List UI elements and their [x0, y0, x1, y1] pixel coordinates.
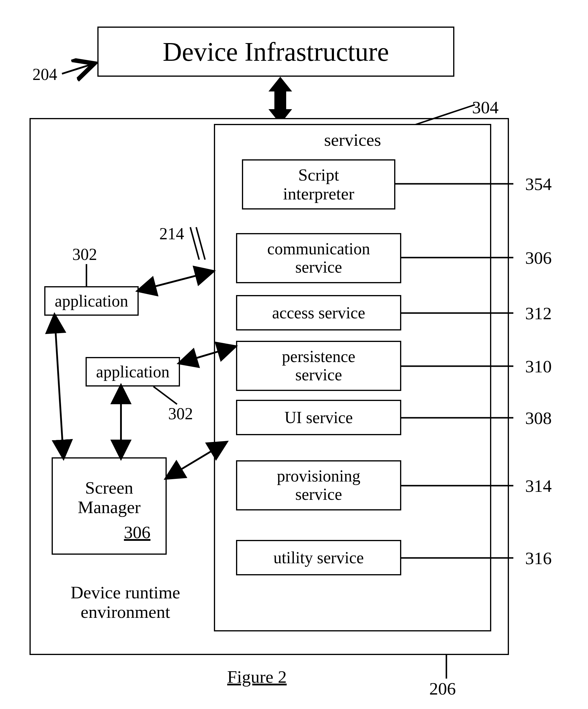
svg-line-15 [139, 271, 212, 291]
diagram-canvas: Device Infrastructure 204 304 services S… [0, 0, 588, 709]
svg-line-17 [167, 443, 226, 478]
svg-line-16 [180, 347, 235, 363]
connectors-layer [0, 0, 588, 709]
svg-line-18 [55, 316, 63, 457]
